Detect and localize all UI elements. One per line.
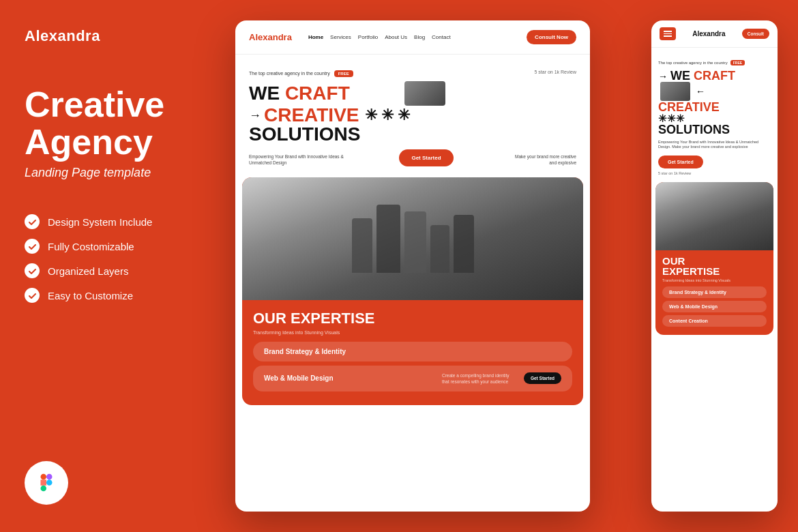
nav-link-contact[interactable]: Contact [432,34,451,40]
nav-link-services[interactable]: Services [330,34,351,40]
headline-solutions: SOLUTIONS [249,125,360,144]
list-item: Organized Layers [25,263,194,278]
mobile-headline-row4: SOLUTIONS [658,123,771,136]
desktop-nav: Alexandra Home Services Portfolio About … [235,20,590,55]
mobile-craft: CRAFT [694,69,735,83]
hero-sub-row: Empowering Your Brand with Innovative Id… [249,149,576,166]
headline-row-3: SOLUTIONS [249,125,576,144]
hero-badge-free: FREE [334,70,353,77]
asterisk-icons: ✳ ✳ ✳ [365,108,410,123]
hero-headline: WE CRAFT → CREATIVE ✳ ✳ ✳ SOLUTIONS [249,81,576,144]
svg-rect-2 [40,486,46,492]
hero-cta-button[interactable]: Get Started [399,149,453,166]
service-item-brand: Brand Strategy & Identity [253,342,572,361]
expertise-subtitle: Transforming Ideas into Stunning Visuals [253,330,572,335]
feature-label: Fully Costomizable [48,241,134,252]
hamburger-line [664,35,672,37]
svg-rect-1 [40,479,46,486]
mobile-headline-row2: CREATIVE [658,101,771,113]
mobile-expertise-title: OUR EXPERTISE [662,256,767,276]
mobile-inline-image [660,82,690,101]
title-line2: Agency [25,122,153,162]
arrow-right-icon: → [658,71,670,82]
list-item: Design System Include [25,214,194,229]
mobile-team-photo [655,182,773,250]
left-panel: Alexandra Creative Agency Landing Page t… [0,0,218,532]
mobile-badge: The top creative agency in the country F… [658,60,745,65]
mobile-cta-button[interactable]: Get Started [658,156,703,168]
list-item: Fully Costomizable [25,239,194,254]
nav-link-blog[interactable]: Blog [414,34,425,40]
headline-row-1: WE CRAFT [249,81,576,106]
expertise-title: OUR EXPERTISE [253,310,572,327]
team-overlay [242,177,583,300]
headline-craft: CRAFT [285,84,350,103]
feature-label: Design System Include [48,216,152,228]
nav-link-home[interactable]: Home [308,34,323,40]
hamburger-icon[interactable] [660,27,676,40]
mobile-service-item: Brand Strategy & Identity [662,286,767,298]
figma-badge [25,461,68,505]
mobile-expertise-content: OUR EXPERTISE Transforming Ideas into St… [655,250,773,335]
mobile-service-item: Web & Mobile Design [662,301,767,312]
check-icon [25,239,40,254]
mobile-expertise: OUR EXPERTISE Transforming Ideas into St… [655,182,773,335]
hero-badge-text: The top creative agency in the country [249,71,330,76]
hamburger-line [664,33,672,35]
mobile-creative: CREATIVE [658,100,720,114]
main-title: Creative Agency [25,86,194,160]
mobile-expertise-sub: Transforming Ideas into Stunning Visuals [662,278,767,282]
svg-rect-4 [46,474,53,480]
svg-rect-3 [46,479,53,486]
mobile-service-item: Content Creation [662,315,767,327]
mobile-nav-logo: Alexandra [692,30,725,38]
headline-creative: CREATIVE [264,106,359,125]
mobile-nav-cta[interactable]: Consult [742,29,769,39]
check-icon [25,263,40,278]
features-list: Design System Include Fully Costomizable… [25,214,194,303]
service-desc: Create a compelling brand identity that … [442,372,517,385]
mobile-asterisk: ✳✳✳ [658,113,685,123]
mobile-service-name: Brand Strategy & Identity [669,290,760,295]
mobile-nav: Alexandra Consult [651,20,778,48]
headline-we: WE [249,84,285,103]
arrow-icon: → [249,109,261,121]
desktop-nav-cta[interactable]: Consult Now [527,30,576,44]
svg-rect-0 [40,474,46,480]
mobile-we: WE [670,69,694,83]
desktop-nav-logo: Alexandra [249,32,292,42]
expertise-content: OUR EXPERTISE Transforming Ideas into St… [242,300,583,405]
expertise-section: OUR EXPERTISE Transforming Ideas into St… [242,177,583,405]
mobile-service-name: Content Creation [669,319,760,323]
subtitle: Landing Page template [25,166,194,180]
mobile-star-review: 5 star on 1k Review [658,171,771,175]
nav-link-portfolio[interactable]: Portfolio [358,34,378,40]
service-name: Web & Mobile Design [264,374,334,382]
mobile-preview: Alexandra Consult The top creative agenc… [651,20,778,512]
title-line1: Creative [25,85,164,124]
mobile-headline: → WE CRAFT ← CREATIVE ✳✳✳ SOLUTIONS [658,70,771,136]
desktop-hero: The top creative agency in the country F… [235,55,590,175]
desktop-nav-links: Home Services Portfolio About Us Blog Co… [308,34,516,40]
list-item: Easy to Customize [25,288,194,303]
hero-make-text: Make your brand more creative and explos… [508,153,576,166]
service-item-web: Web & Mobile Design Create a compelling … [253,366,572,391]
desktop-preview: Alexandra Home Services Portfolio About … [235,20,590,512]
mobile-headline-row3: ✳✳✳ [658,113,771,123]
nav-link-about[interactable]: About Us [385,34,407,40]
hero-star-review: 5 star on 1k Review [535,70,576,74]
mobile-headline-row1: → WE CRAFT ← [658,70,771,101]
brand-title: Alexandra [25,27,194,45]
arrow-left-icon: ← [696,85,705,96]
hero-badge: The top creative agency in the country F… [249,70,353,77]
feature-label: Easy to Customize [48,290,133,301]
hero-inline-image [404,81,445,106]
check-icon [25,288,40,303]
mobile-expertise-title-line2: EXPERTISE [662,265,720,277]
service-btn[interactable]: Get Started [524,372,561,384]
mobile-service-name: Web & Mobile Design [669,304,760,309]
hero-tagline: Empowering Your Brand with Innovative Id… [249,153,344,166]
headline-row-2: → CREATIVE ✳ ✳ ✳ [249,106,576,125]
mobile-tagline: Empowering Your Brand with Innovative Id… [658,140,771,150]
feature-label: Organized Layers [48,265,128,277]
